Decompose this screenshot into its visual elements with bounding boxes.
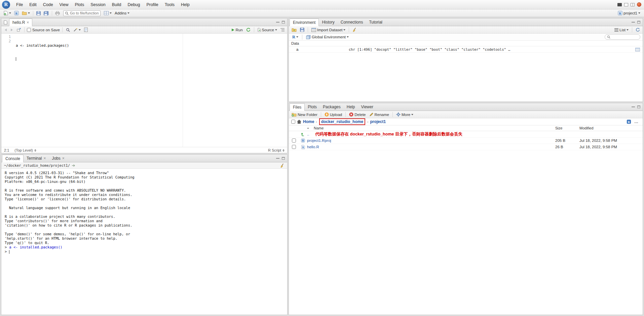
menu-plots[interactable]: Plots xyxy=(72,1,87,8)
menu-help[interactable]: Help xyxy=(178,1,193,8)
compile-report-button[interactable] xyxy=(83,27,89,33)
parent-dir-link[interactable]: .. xyxy=(307,132,309,136)
file-checkbox[interactable] xyxy=(292,145,296,149)
minimize-pane-icon[interactable] xyxy=(276,22,279,23)
file-row-project1-rproj[interactable]: R project1.Rproj 205 B Jul 18, 2022, 9:5… xyxy=(289,137,643,144)
menu-debug[interactable]: Debug xyxy=(125,1,143,8)
pane-layout-icon[interactable] xyxy=(624,3,628,6)
rename-button[interactable]: Rename xyxy=(368,112,390,117)
source-doc-icon[interactable] xyxy=(2,18,9,26)
tab-jobs[interactable]: Jobs xyxy=(49,155,67,162)
file-link[interactable]: project1.Rproj xyxy=(307,139,331,143)
file-checkbox[interactable] xyxy=(292,139,296,143)
scope-selector[interactable]: (Top Level) xyxy=(14,148,36,152)
file-row-hello-r[interactable]: R hello.R 26 B Jul 18, 2022, 9:58 PM xyxy=(289,144,643,150)
breadcrumb-docker-rstudio-home[interactable]: docker_rstudio_home xyxy=(319,118,365,125)
breadcrumb-home[interactable]: Home xyxy=(303,119,314,124)
tab-history[interactable]: History xyxy=(319,18,337,26)
find-replace-button[interactable] xyxy=(65,27,71,33)
tab-packages[interactable]: Packages xyxy=(320,103,344,111)
popout-button[interactable] xyxy=(16,27,22,32)
run-button[interactable]: Run xyxy=(231,27,243,33)
source-button[interactable]: Source xyxy=(257,27,278,33)
code-area[interactable]: a <- installed.packages() xyxy=(13,34,287,147)
select-all-checkbox[interactable] xyxy=(291,120,295,124)
tab-plots[interactable]: Plots xyxy=(305,103,320,111)
goto-file-search[interactable] xyxy=(63,10,101,16)
maximize-pane-icon[interactable] xyxy=(282,157,285,160)
tab-hello-r[interactable]: hello.R xyxy=(9,18,32,26)
environment-scope-selector[interactable]: Global Environment xyxy=(305,34,350,40)
tab-connections[interactable]: Connections xyxy=(338,18,366,26)
close-icon[interactable] xyxy=(62,156,65,160)
save-workspace-button[interactable] xyxy=(299,27,305,33)
tab-tutorial[interactable]: Tutorial xyxy=(366,18,385,26)
tab-environment[interactable]: Environment xyxy=(290,18,319,26)
tab-terminal[interactable]: Terminal xyxy=(24,155,49,162)
doc-type-selector[interactable]: R Script xyxy=(268,148,285,152)
tab-console[interactable]: Console xyxy=(2,155,24,162)
project-selector[interactable]: R project1 xyxy=(617,10,641,16)
goto-directory-icon[interactable] xyxy=(72,164,75,167)
maximize-pane-icon[interactable] xyxy=(637,106,640,108)
new-folder-button[interactable]: New Folder xyxy=(291,112,318,117)
refresh-environment-button[interactable] xyxy=(635,27,641,33)
rerun-button[interactable] xyxy=(245,27,252,33)
menu-build[interactable]: Build xyxy=(109,1,124,8)
import-dataset-button[interactable]: Import Dataset xyxy=(310,27,346,33)
file-row-parent-dir[interactable]: .. 代码等数据保存在 docker_rstudio_home 目录下，否则容器… xyxy=(289,131,643,137)
column-name[interactable]: Name xyxy=(307,126,555,130)
upload-button[interactable]: Upload xyxy=(324,112,343,117)
view-data-button[interactable] xyxy=(633,48,643,51)
menu-view[interactable]: View xyxy=(56,1,72,8)
environment-search-input[interactable] xyxy=(612,35,638,39)
back-button[interactable] xyxy=(3,28,8,32)
menu-session[interactable]: Session xyxy=(87,1,108,8)
maximize-pane-icon[interactable] xyxy=(282,21,285,24)
minimize-pane-icon[interactable] xyxy=(276,158,279,159)
file-link[interactable]: hello.R xyxy=(307,145,319,149)
language-selector[interactable]: R xyxy=(291,34,299,40)
code-tools-button[interactable] xyxy=(72,27,82,33)
load-workspace-button[interactable] xyxy=(291,27,298,33)
document-outline-button[interactable] xyxy=(279,27,286,32)
maximize-pane-icon[interactable] xyxy=(637,21,640,24)
console-input-line[interactable]: > xyxy=(5,249,284,254)
source-on-save-checkbox[interactable] xyxy=(27,28,31,32)
more-options-icon[interactable] xyxy=(634,119,639,124)
r-project-icon[interactable]: R xyxy=(627,119,631,124)
column-modified[interactable]: Modified xyxy=(579,126,643,130)
clear-environment-button[interactable] xyxy=(351,27,358,33)
new-project-button[interactable]: R xyxy=(13,10,20,16)
environment-variable-row[interactable]: a chr [1:496] "docopt" "littler" "base" … xyxy=(289,46,643,53)
save-button[interactable] xyxy=(35,10,42,16)
console-output[interactable]: R version 4.0.5 (2021-03-31) -- "Shake a… xyxy=(1,169,287,315)
column-size[interactable]: Size xyxy=(555,126,579,130)
console-pane-icon[interactable] xyxy=(617,3,622,6)
save-all-button[interactable] xyxy=(43,10,50,16)
forward-button[interactable] xyxy=(9,28,14,32)
more-button[interactable]: More xyxy=(395,112,414,117)
minimize-pane-icon[interactable] xyxy=(632,107,635,107)
tab-viewer[interactable]: Viewer xyxy=(358,103,376,111)
tab-files[interactable]: Files xyxy=(290,103,305,111)
addins-button[interactable]: Addins xyxy=(114,10,130,16)
quit-session-button[interactable] xyxy=(637,2,641,7)
print-button[interactable] xyxy=(54,10,61,16)
list-view-button[interactable]: List xyxy=(613,27,630,33)
pane-split-icon[interactable] xyxy=(631,3,635,6)
close-icon[interactable] xyxy=(43,156,46,160)
menu-code[interactable]: Code xyxy=(40,1,56,8)
menu-profile[interactable]: Profile xyxy=(143,1,161,8)
environment-search[interactable] xyxy=(605,34,640,40)
close-icon[interactable] xyxy=(27,21,29,25)
minimize-pane-icon[interactable] xyxy=(632,22,635,23)
home-icon[interactable] xyxy=(297,120,301,124)
code-editor[interactable]: 1 2 a <- installed.packages() xyxy=(1,34,287,147)
menu-tools[interactable]: Tools xyxy=(162,1,178,8)
menu-edit[interactable]: Edit xyxy=(26,1,40,8)
breadcrumb-project1[interactable]: project1 xyxy=(370,119,386,124)
clear-console-icon[interactable] xyxy=(280,163,285,168)
delete-button[interactable]: Delete xyxy=(348,112,367,117)
tab-help[interactable]: Help xyxy=(344,103,358,111)
